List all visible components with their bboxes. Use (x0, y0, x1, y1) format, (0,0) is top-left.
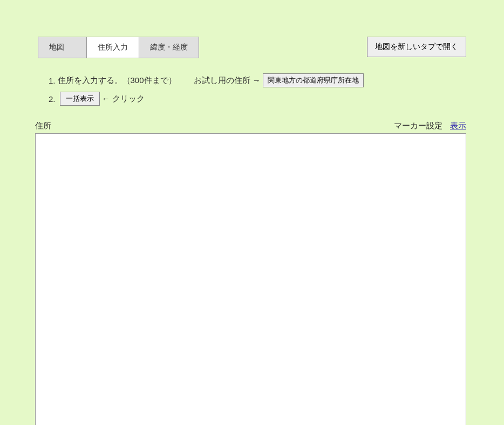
instruction-1-num: 1. (49, 76, 56, 85)
sample-address-button[interactable]: 関東地方の都道府県庁所在地 (263, 73, 364, 87)
instruction-1-text: 住所を入力する。（300件まで） (58, 76, 176, 86)
marker-settings-label: マーカー設定 (394, 121, 442, 131)
address-textarea[interactable] (35, 133, 466, 425)
show-link[interactable]: 表示 (450, 121, 466, 131)
tab-latlng[interactable]: 緯度・経度 (139, 37, 199, 58)
address-label: 住所 (35, 121, 51, 131)
open-map-new-tab-button[interactable]: 地図を新しいタブで開く (367, 37, 466, 57)
sample-address-label: お試し用の住所 → (194, 76, 261, 86)
instruction-2-text: ← クリック (102, 94, 145, 104)
tab-group: 地図 住所入力 緯度・経度 (38, 37, 199, 58)
instructions-block: 1. 住所を入力する。（300件まで） お試し用の住所 → 関東地方の都道府県庁… (0, 58, 504, 115)
batch-display-button[interactable]: 一括表示 (60, 92, 100, 106)
tab-map[interactable]: 地図 (38, 37, 87, 58)
instruction-2-num: 2. (49, 94, 56, 104)
tab-address-input[interactable]: 住所入力 (87, 37, 139, 58)
